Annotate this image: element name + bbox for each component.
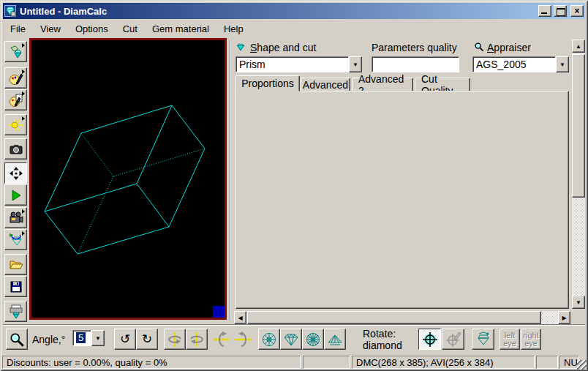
- move-icon: [9, 166, 23, 181]
- status-keyboard-state: NU: [559, 356, 579, 369]
- snapshot-button[interactable]: [4, 138, 27, 160]
- view-side-icon: [283, 331, 299, 348]
- save-icon: [9, 280, 23, 294]
- dropdown-arrow-icon: [22, 70, 25, 74]
- rotate-mode-sphere-button[interactable]: [418, 329, 441, 350]
- zoom-button[interactable]: [6, 329, 28, 350]
- view-wheel-button[interactable]: [302, 329, 324, 350]
- left-eye-button[interactable]: left eye: [500, 329, 520, 350]
- diamcalc-window: Untitled - DiamCalc × File View Options …: [0, 0, 588, 371]
- rotate-ccw-icon: ↺: [120, 333, 130, 345]
- splitter[interactable]: [230, 40, 231, 320]
- rotate-ccw-button[interactable]: ↺: [114, 329, 136, 350]
- horizontal-scroll-thumb[interactable]: [247, 311, 541, 324]
- snapshot-camera-icon: [9, 142, 23, 157]
- menu-cut[interactable]: Cut: [116, 21, 145, 37]
- shape-cut-label: Shape and cut: [250, 42, 316, 53]
- appraiser-label: Appraiser: [487, 42, 531, 53]
- rotate-x-down-icon: [235, 331, 252, 348]
- rotate-x-up-icon: [214, 331, 230, 348]
- view-top-button[interactable]: [258, 329, 280, 350]
- rotate-y-left-button[interactable]: [164, 329, 186, 350]
- close-button[interactable]: ×: [570, 5, 584, 17]
- menu-options[interactable]: Options: [68, 21, 116, 37]
- save-button[interactable]: [4, 276, 27, 297]
- chevron-down-icon[interactable]: ▼: [349, 56, 362, 72]
- viewport-marker: [213, 306, 225, 318]
- menu-help[interactable]: Help: [216, 21, 251, 37]
- lighting-button[interactable]: [4, 114, 27, 135]
- appearance-button[interactable]: [4, 41, 27, 62]
- rotate-y-right-button[interactable]: [186, 329, 208, 350]
- print-button[interactable]: [4, 301, 27, 322]
- rotate-mode-label: Rotate: diamond: [363, 328, 402, 352]
- app-icon: [4, 5, 16, 17]
- scroll-up-button[interactable]: ▲: [572, 40, 585, 53]
- chevron-down-icon[interactable]: ▼: [556, 56, 569, 72]
- record-movie-icon: [9, 211, 23, 225]
- record-movie-button[interactable]: [4, 207, 27, 228]
- play-button[interactable]: [4, 184, 27, 206]
- horizontal-scrollbar[interactable]: ◀ ▶: [234, 311, 570, 324]
- parameters-quality-input[interactable]: [372, 56, 459, 72]
- angle-combo[interactable]: 5 ▼: [72, 330, 105, 346]
- vertical-scrollbar[interactable]: ▲ ▼: [572, 40, 585, 309]
- photoreal-options-button[interactable]: [4, 89, 27, 110]
- rotate-mode-edit-button[interactable]: [442, 329, 464, 350]
- proportions-tab-panel: [235, 91, 569, 309]
- tab-advanced-2[interactable]: Advanced 2: [352, 78, 413, 91]
- status-bar: Discounts: user = 0.00%, quality = 0% DM…: [1, 354, 587, 370]
- view-side-button[interactable]: [280, 329, 302, 350]
- rotate-y-right-icon: [189, 331, 205, 348]
- open-button[interactable]: [4, 254, 27, 275]
- dropdown-arrow-icon: [22, 209, 25, 214]
- menu-file[interactable]: File: [3, 21, 33, 37]
- bottom-toolbar: Angle,° 5 ▼ ↺ ↻: [3, 324, 585, 352]
- angle-label: Angle,°: [32, 334, 65, 345]
- parameters-quality-label: Parameters quality: [372, 42, 457, 53]
- view-pavilion-button[interactable]: [324, 329, 346, 350]
- tab-advanced[interactable]: Advanced: [301, 78, 350, 91]
- chevron-down-icon[interactable]: ▼: [91, 330, 105, 346]
- status-empty-2: [536, 356, 558, 369]
- photoreal-button[interactable]: [4, 67, 27, 89]
- lighting-icon: [9, 118, 23, 132]
- scroll-right-button[interactable]: ▶: [558, 311, 570, 324]
- menu-view[interactable]: View: [33, 21, 68, 37]
- view-wheel-icon: [305, 331, 321, 348]
- tab-proportions[interactable]: Proportions: [235, 75, 300, 91]
- rotate-x-up-button[interactable]: [211, 329, 233, 350]
- scroll-left-button[interactable]: ◀: [234, 311, 246, 324]
- vertical-scroll-thumb[interactable]: [572, 54, 585, 198]
- move-button[interactable]: [4, 162, 27, 184]
- title-bar[interactable]: Untitled - DiamCalc ×: [3, 3, 585, 19]
- viewport[interactable]: [29, 38, 227, 320]
- dropdown-arrow-icon: [22, 43, 25, 48]
- rotate-diamond-button[interactable]: [4, 229, 27, 250]
- status-discounts: Discounts: user = 0.00%, quality = 0%: [2, 356, 301, 369]
- prism-wireframe: [31, 40, 225, 318]
- minimize-button[interactable]: [538, 5, 551, 17]
- window-title: Untitled - DiamCalc: [18, 6, 536, 17]
- menu-gem-material[interactable]: Gem material: [145, 21, 216, 37]
- open-file-icon: [9, 258, 23, 272]
- rotate-gem-button[interactable]: [472, 329, 494, 350]
- photoreal-icon: [9, 71, 23, 86]
- tab-cut-quality[interactable]: Cut Quality: [415, 78, 470, 91]
- appraiser-magnifier-icon: [474, 42, 484, 52]
- rotate-y-left-icon: [167, 331, 183, 348]
- rotate-cw-button[interactable]: ↻: [136, 329, 158, 350]
- shape-cut-combo[interactable]: Prism ▼: [235, 56, 362, 72]
- appearance-diamond-icon: [9, 45, 23, 59]
- rotate-x-down-button[interactable]: [233, 329, 255, 350]
- magnifier-icon: [9, 331, 25, 348]
- right-eye-button[interactable]: right eye: [521, 329, 541, 350]
- photoreal-options-icon: [9, 93, 23, 108]
- maximize-button[interactable]: [554, 5, 567, 17]
- scroll-down-button[interactable]: ▼: [572, 296, 585, 309]
- dropdown-arrow-icon: [22, 116, 25, 121]
- rotate-gem-icon: [475, 331, 491, 348]
- resize-grip[interactable]: [577, 360, 587, 370]
- crosshair-edit-icon: [445, 331, 461, 348]
- appraiser-combo[interactable]: AGS_2005 ▼: [472, 56, 569, 72]
